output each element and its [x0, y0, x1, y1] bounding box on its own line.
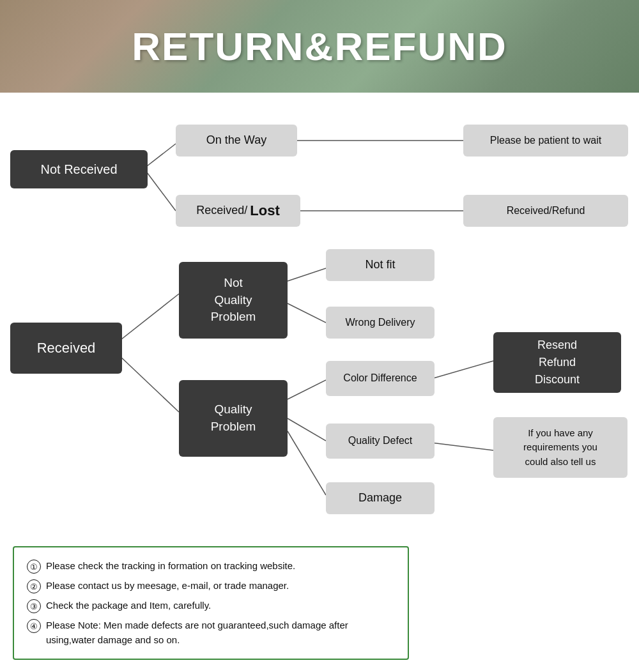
- note-number-4: ④: [27, 619, 41, 633]
- note-number-3: ③: [27, 599, 41, 613]
- note-number-2: ②: [27, 579, 41, 593]
- svg-line-9: [288, 418, 326, 441]
- quality-defect-node: Quality Defect: [326, 424, 435, 459]
- not-quality-problem-node: NotQualityProblem: [179, 262, 288, 339]
- resend-refund-node: ResendRefundDiscount: [493, 332, 621, 393]
- note-text-1: Please check the tracking in formation o…: [46, 559, 395, 574]
- quality-problem-node: QualityProblem: [179, 380, 288, 457]
- svg-line-11: [431, 361, 493, 379]
- note-number-1: ①: [27, 560, 41, 574]
- svg-line-8: [288, 380, 326, 399]
- note-text-4: Please Note: Men made defects are not gu…: [46, 618, 395, 647]
- notes-box: ① Please check the tracking in formation…: [13, 546, 409, 660]
- main-content: Not Received On the Way Received/Lost Pl…: [0, 93, 639, 672]
- svg-line-6: [288, 268, 326, 281]
- if-requirements-node: If you have anyrequirements youcould als…: [493, 417, 627, 478]
- note-item-4: ④ Please Note: Men made defects are not …: [27, 618, 395, 647]
- svg-line-10: [288, 431, 326, 495]
- note-text-3: Check the package and Item, carefully.: [46, 599, 395, 613]
- svg-line-1: [147, 172, 176, 211]
- svg-line-5: [118, 355, 179, 412]
- svg-line-4: [118, 294, 179, 342]
- note-item-3: ③ Check the package and Item, carefully.: [27, 599, 395, 613]
- note-text-2: Please contact us by meesage, e-mail, or…: [46, 579, 395, 593]
- header: RETURN&REFUND: [0, 0, 639, 93]
- wrong-delivery-node: Wrong Delivery: [326, 307, 435, 339]
- note-item-2: ② Please contact us by meesage, e-mail, …: [27, 579, 395, 593]
- svg-line-7: [288, 303, 326, 323]
- not-received-node: Not Received: [10, 150, 148, 188]
- on-the-way-node: On the Way: [176, 125, 297, 157]
- received-refund-node: Received/Refund: [463, 195, 628, 227]
- svg-line-12: [431, 443, 493, 450]
- please-wait-node: Please be patient to wait: [463, 125, 628, 157]
- svg-line-0: [147, 144, 176, 166]
- page-title: RETURN&REFUND: [132, 24, 507, 69]
- flow-diagram: Not Received On the Way Received/Lost Pl…: [6, 105, 633, 527]
- received-lost-node: Received/Lost: [176, 195, 300, 227]
- color-difference-node: Color Difference: [326, 361, 435, 396]
- note-item-1: ① Please check the tracking in formation…: [27, 559, 395, 574]
- received-node: Received: [10, 323, 122, 374]
- damage-node: Damage: [326, 482, 435, 514]
- not-fit-node: Not fit: [326, 249, 435, 281]
